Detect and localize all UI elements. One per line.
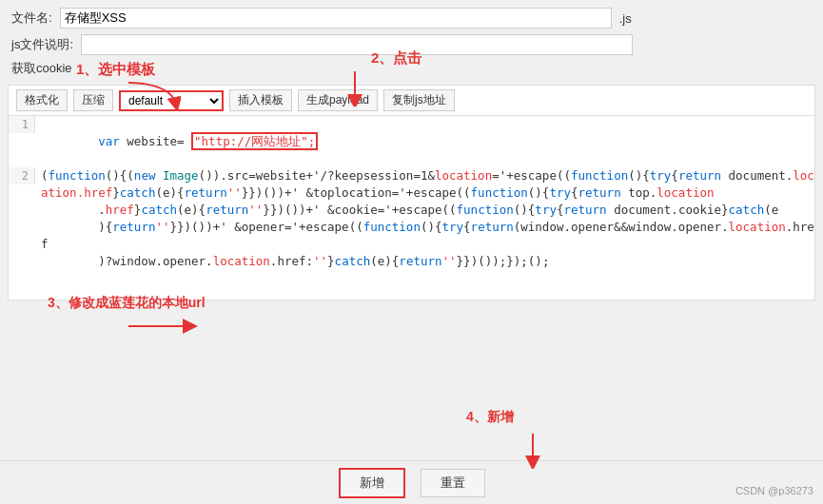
kw-ret2: return <box>185 185 227 200</box>
empty4: '' <box>313 254 327 268</box>
jsdesc-input[interactable] <box>81 34 633 55</box>
line-content-1: var website= "http://网站地址"; <box>35 116 814 167</box>
kw-catch4: catch <box>335 254 371 268</box>
filename-input[interactable] <box>60 8 612 29</box>
line-num-2: 2 <box>9 167 35 184</box>
top-bar: 文件名: .js <box>0 0 823 32</box>
format-button[interactable]: 格式化 <box>16 89 68 111</box>
template-select[interactable]: default <box>119 90 224 111</box>
kw-try3: try <box>535 203 557 217</box>
getcookie-row: 获取cookie <box>0 57 823 79</box>
kw-fn2: function <box>571 168 628 183</box>
kw-var: var <box>98 134 120 148</box>
copy-js-address-button[interactable]: 复制js地址 <box>383 89 455 111</box>
fn-image: Image <box>163 168 199 183</box>
watermark: CSDN @p36273 <box>735 485 813 496</box>
top-loc-href: href <box>106 203 134 217</box>
toolbar-row: 格式化 压缩 default 插入模板 生成payload 复制js地址 <box>8 85 815 115</box>
kw-fn4: function <box>457 203 514 217</box>
url-highlight: "http://网站地址"; <box>191 132 318 150</box>
getcookie-label: 获取cookie <box>11 61 72 75</box>
jsdesc-row: js文件说明: <box>0 32 823 57</box>
kw-ret7: return <box>471 220 514 234</box>
kw-new: new <box>134 168 156 183</box>
empty3: '' <box>155 220 169 234</box>
filename-label: 文件名: <box>11 10 52 27</box>
add-button[interactable]: 新增 <box>339 468 405 498</box>
kw-fn3: function <box>471 185 528 200</box>
code-area: 1 var website= "http://网站地址"; 2 (functio… <box>8 115 815 300</box>
loc1: location <box>435 168 492 183</box>
kw-ret1: return <box>678 168 721 183</box>
bottom-bar: 新增 重置 <box>0 460 823 504</box>
kw-ret8: return <box>399 254 441 268</box>
line-content-2: (function(){(new Image()).src=website+'/… <box>35 167 814 270</box>
kw-catch3: catch <box>729 203 765 217</box>
spacer <box>0 300 823 377</box>
annotation-4: 4、新增 <box>466 409 514 426</box>
kw-ret3: return <box>578 185 621 200</box>
empty1: '' <box>227 185 242 200</box>
kw-catch2: catch <box>141 203 177 217</box>
code-line-1: 1 var website= "http://网站地址"; <box>9 116 814 167</box>
opener-loc2: location <box>213 254 270 268</box>
empty2: '' <box>248 203 263 217</box>
kw-function: function <box>49 168 106 183</box>
kw-ret5: return <box>563 203 606 217</box>
url-string: "http://网站地址"; <box>194 134 315 148</box>
kw-try1: try <box>650 168 672 183</box>
filename-suffix: .js <box>619 11 632 26</box>
reset-button[interactable]: 重置 <box>421 469 485 497</box>
line-num-1: 1 <box>9 116 35 133</box>
kw-fn5: function <box>363 220 421 234</box>
top-loc: location <box>656 185 714 200</box>
kw-try4: try <box>442 220 464 234</box>
empty5: '' <box>442 254 457 268</box>
kw-ret6: return <box>112 220 155 234</box>
generate-payload-button[interactable]: 生成payload <box>298 89 378 111</box>
jsdesc-label: js文件说明: <box>11 36 73 53</box>
code-line-2: 2 (function(){(new Image()).src=website+… <box>9 167 814 270</box>
insert-template-button[interactable]: 插入模板 <box>229 89 292 111</box>
kw-ret4: return <box>206 203 248 217</box>
opener-loc: location <box>729 220 786 234</box>
compress-button[interactable]: 压缩 <box>73 89 113 111</box>
main-container: 文件名: .js js文件说明: 获取cookie 1、选中模板 2、点击 <box>0 0 823 504</box>
kw-try2: try <box>549 185 571 200</box>
kw-catch1: catch <box>120 185 156 200</box>
